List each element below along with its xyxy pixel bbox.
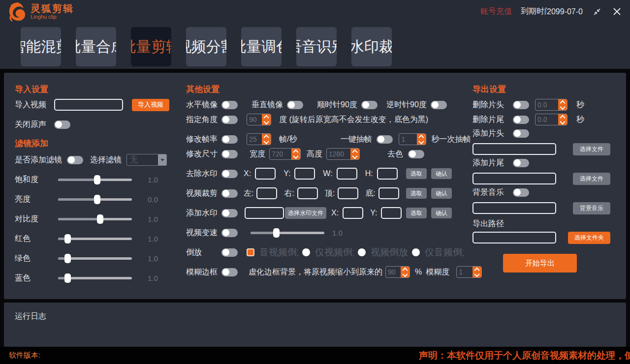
tab-watermark-crop[interactable]: 去水印裁剪 <box>351 27 392 66</box>
add-head-toggle[interactable] <box>513 129 529 138</box>
angle-toggle[interactable] <box>221 116 238 124</box>
grayscale-toggle[interactable] <box>408 150 424 158</box>
green-slider[interactable] <box>58 257 132 260</box>
slider-handle[interactable] <box>64 234 71 243</box>
restore-window-icon[interactable] <box>592 6 602 17</box>
spinner-arrows-icon[interactable] <box>558 114 567 125</box>
slider-handle[interactable] <box>94 175 100 184</box>
speed-value: 1.0 <box>332 229 343 237</box>
choose-head-file-button[interactable]: 选择文件 <box>573 143 610 155</box>
wm-h-input[interactable] <box>377 168 398 180</box>
spinner-arrows-icon[interactable] <box>558 99 567 110</box>
crop-pick-button[interactable]: 选取 <box>406 188 427 199</box>
tail-file-input[interactable] <box>472 173 556 184</box>
spinner-arrows-icon[interactable] <box>291 149 300 159</box>
height-spinner[interactable]: 1280 <box>326 148 360 160</box>
blur-scale-spinner[interactable]: 90 <box>385 266 410 278</box>
wm-x-input[interactable] <box>255 168 276 180</box>
bgm-toggle[interactable] <box>513 188 529 197</box>
add-wm-y-input[interactable] <box>381 207 402 219</box>
slider-handle[interactable] <box>273 228 280 238</box>
trim-head-spinner[interactable]: 0.0 <box>535 99 567 111</box>
spinner-arrows-icon[interactable] <box>417 134 426 145</box>
rotate-cw-toggle[interactable] <box>361 101 378 109</box>
reverse-toggle[interactable] <box>221 248 238 257</box>
bgm-file-input[interactable] <box>472 202 556 214</box>
add-wm-pick-button[interactable]: 选取 <box>406 208 427 218</box>
start-export-button[interactable]: 开始导出 <box>503 254 577 273</box>
watermark-file-input[interactable] <box>245 207 284 219</box>
speed-toggle[interactable] <box>221 229 238 237</box>
slider-handle[interactable] <box>64 254 71 263</box>
trim-tail-toggle[interactable] <box>513 116 529 124</box>
crop-bottom-input[interactable] <box>378 187 399 199</box>
remove-wm-confirm-button[interactable]: 确认 <box>431 168 452 179</box>
close-window-icon[interactable] <box>611 6 622 17</box>
remove-watermark-toggle[interactable] <box>221 170 238 178</box>
title-bar: 灵狐剪辑 Linghu clip 账号充值 到期时间2099-07-0 <box>0 0 630 23</box>
crop-confirm-button[interactable]: 确认 <box>431 188 452 199</box>
spinner-arrows-icon[interactable] <box>401 267 410 277</box>
bgm-button[interactable]: 背景音乐 <box>573 202 610 214</box>
brightness-slider-row: 亮度 0.0 <box>15 193 158 206</box>
import-column: 导入设置 导入视频 导入视频 关闭原声 滤镜添加 是否添加滤镜 选择滤镜 无 饱… <box>15 73 177 299</box>
extract-spinner[interactable]: 1 <box>399 133 426 145</box>
reverse-option-video-radio[interactable] <box>358 248 366 256</box>
import-video-input[interactable] <box>54 99 123 111</box>
tab-video-split[interactable]: 视频分割 <box>186 27 226 66</box>
remove-wm-pick-button[interactable]: 选取 <box>406 168 427 179</box>
tab-batch-color[interactable]: 批量调色 <box>241 27 282 66</box>
tab-speech-recognition[interactable]: 语音识别 <box>296 27 337 66</box>
filter-dropdown[interactable]: 无 <box>126 154 167 166</box>
recharge-link[interactable]: 账号充值 <box>480 6 512 17</box>
add-filter-toggle[interactable] <box>67 156 83 164</box>
crop-right-input[interactable] <box>297 187 318 199</box>
choose-tail-file-button[interactable]: 选择文件 <box>573 173 610 185</box>
mirror-v-toggle[interactable] <box>287 101 303 109</box>
spinner-arrows-icon[interactable] <box>350 149 359 159</box>
reverse-option-av-radio[interactable] <box>247 248 254 256</box>
wm-w-input[interactable] <box>337 168 357 180</box>
reverse-option-video-only-radio[interactable] <box>302 248 310 256</box>
spinner-arrows-icon[interactable] <box>262 114 271 125</box>
crop-left-input[interactable] <box>256 187 277 199</box>
fps-toggle[interactable] <box>221 135 238 144</box>
choose-watermark-file-button[interactable]: 选择水印文件 <box>285 207 326 219</box>
speed-slider[interactable] <box>251 232 324 234</box>
trim-head-toggle[interactable] <box>513 101 529 109</box>
blue-slider[interactable] <box>58 277 132 279</box>
saturation-slider[interactable] <box>58 179 132 181</box>
mute-toggle[interactable] <box>54 121 70 129</box>
blur-border-toggle[interactable] <box>221 268 238 276</box>
add-wm-confirm-button[interactable]: 确认 <box>431 208 452 218</box>
slider-handle[interactable] <box>64 273 71 283</box>
wm-y-input[interactable] <box>294 168 315 180</box>
slider-handle[interactable] <box>97 214 103 224</box>
crop-toggle[interactable] <box>221 189 238 198</box>
width-spinner[interactable]: 720 <box>269 148 301 160</box>
crop-top-input[interactable] <box>338 187 358 199</box>
angle-spinner[interactable]: 90 <box>247 114 271 125</box>
head-file-input[interactable] <box>472 143 556 155</box>
resize-toggle[interactable] <box>221 150 238 158</box>
choose-folder-button[interactable]: 选择文件夹 <box>568 232 610 244</box>
spinner-arrows-icon[interactable] <box>262 134 271 145</box>
contrast-slider[interactable] <box>58 218 132 220</box>
rotate-ccw-toggle[interactable] <box>431 101 447 109</box>
fps-spinner[interactable]: 25 <box>247 133 271 145</box>
tab-batch-edit[interactable]: 批量剪辑 <box>131 27 171 66</box>
export-path-input[interactable] <box>472 232 556 243</box>
red-slider[interactable] <box>58 238 132 240</box>
slider-handle[interactable] <box>94 195 100 204</box>
tab-batch-compose[interactable]: 批量合成 <box>76 27 116 66</box>
add-tail-toggle[interactable] <box>513 159 529 167</box>
add-wm-x-input[interactable] <box>343 207 363 219</box>
brightness-slider[interactable] <box>58 198 132 201</box>
mirror-h-toggle[interactable] <box>221 101 238 109</box>
tab-smart-mix[interactable]: 智能混剪 <box>21 27 61 66</box>
import-video-button[interactable]: 导入视频 <box>132 99 169 111</box>
trim-tail-spinner[interactable]: 0.0 <box>535 114 567 125</box>
add-watermark-toggle[interactable] <box>221 209 238 217</box>
extract-toggle[interactable] <box>377 135 393 144</box>
reverse-option-audio-only-radio[interactable] <box>412 248 420 256</box>
